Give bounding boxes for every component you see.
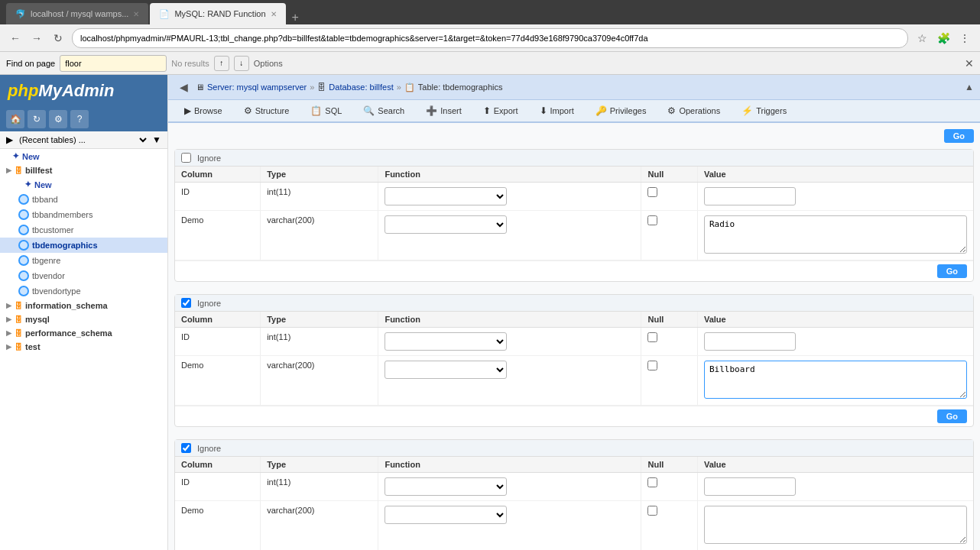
tab-privileges[interactable]: 🔑 Privileges bbox=[586, 100, 657, 121]
function-demo-3 bbox=[378, 501, 641, 551]
function-select-id-3[interactable] bbox=[385, 477, 507, 496]
browser-tab-mysql[interactable]: 🐬 localhost / mysql wamps... ✕ bbox=[6, 3, 148, 24]
find-next-button[interactable]: ↓ bbox=[234, 56, 249, 71]
tab-import[interactable]: ⬇ Import bbox=[530, 100, 584, 121]
sidebar-help-icon[interactable]: ? bbox=[70, 110, 89, 128]
menu-button[interactable]: ⋮ bbox=[956, 29, 974, 47]
null-checkbox-id-3[interactable] bbox=[647, 477, 657, 487]
function-select-demo-2[interactable] bbox=[385, 361, 507, 379]
topbar-collapse-button[interactable]: ▲ bbox=[965, 82, 974, 92]
null-checkbox-demo-1[interactable] bbox=[647, 215, 657, 225]
id-value-input-3[interactable] bbox=[704, 477, 796, 496]
function-select-id-1[interactable] bbox=[385, 187, 507, 205]
export-icon: ⬆ bbox=[483, 105, 491, 116]
sidebar-settings-icon[interactable]: ⚙ bbox=[49, 110, 67, 128]
forward-button[interactable]: → bbox=[28, 29, 46, 47]
col-demo-1: Demo bbox=[175, 211, 261, 260]
function-select-demo-3[interactable] bbox=[385, 506, 507, 524]
tab-operations[interactable]: ⚙ Operations bbox=[657, 100, 730, 121]
ignore-label-2[interactable]: Ignore bbox=[197, 299, 221, 308]
tab-insert[interactable]: ➕ Insert bbox=[416, 100, 472, 121]
sidebar-item-mysql[interactable]: ▶ 🗄 mysql bbox=[0, 312, 167, 326]
function-select-demo-1[interactable] bbox=[385, 215, 507, 234]
sidebar-home-icon[interactable]: 🏠 bbox=[6, 110, 24, 128]
tab-triggers[interactable]: ⚡ Triggers bbox=[732, 100, 797, 121]
ignore-checkbox-3[interactable] bbox=[181, 443, 191, 453]
extensions-button[interactable]: 🧩 bbox=[934, 29, 952, 47]
demo-value-textarea-1[interactable]: Radio bbox=[704, 215, 967, 254]
go-button-1[interactable]: Go bbox=[937, 264, 967, 278]
recent-tables-dropdown[interactable]: ▶ (Recent tables) ... ▼ bbox=[0, 131, 167, 149]
back-button[interactable]: ← bbox=[6, 29, 24, 47]
find-prev-button[interactable]: ↑ bbox=[214, 56, 229, 71]
tab-sql[interactable]: 📋 SQL bbox=[300, 100, 352, 121]
top-go-button[interactable]: Go bbox=[944, 129, 974, 143]
null-demo-3 bbox=[641, 501, 697, 551]
ignore-checkbox-1[interactable] bbox=[181, 153, 191, 163]
col-header-type2: Type bbox=[261, 312, 378, 328]
sidebar-refresh-icon[interactable]: ↻ bbox=[28, 110, 46, 128]
col-demo-2: Demo bbox=[175, 356, 261, 406]
recent-tables-select[interactable]: (Recent tables) ... bbox=[16, 134, 149, 145]
table-row: ID int(11) bbox=[175, 473, 973, 501]
tbdemographics-label: tbdemographics bbox=[32, 241, 98, 250]
new-tab-button[interactable]: + bbox=[287, 11, 303, 24]
bookmark-button[interactable]: ☆ bbox=[913, 29, 931, 47]
url-input[interactable] bbox=[72, 28, 908, 48]
sidebar-item-billfest[interactable]: ▶ 🗄 billfest bbox=[0, 163, 167, 177]
breadcrumb-server-link[interactable]: Server: mysql wampserver bbox=[207, 82, 307, 92]
tab-search[interactable]: 🔍 Search bbox=[353, 100, 414, 121]
browser-tab-active[interactable]: 📄 MySQL: RAND Function ✕ bbox=[150, 3, 285, 24]
tab-close-button[interactable]: ✕ bbox=[133, 10, 139, 18]
billfest-label: billfest bbox=[25, 166, 52, 175]
null-checkbox-demo-3[interactable] bbox=[647, 506, 657, 516]
address-action-icons: ☆ 🧩 ⋮ bbox=[913, 29, 974, 47]
null-checkbox-id-2[interactable] bbox=[647, 332, 657, 342]
tab-browse[interactable]: ▶ Browse bbox=[174, 100, 232, 121]
null-demo-1 bbox=[641, 211, 697, 260]
tab-structure[interactable]: ⚙ Structure bbox=[234, 100, 300, 121]
sidebar-item-new2[interactable]: ✦ New bbox=[0, 177, 167, 192]
tab-favicon: 🐬 bbox=[15, 9, 26, 19]
null-checkbox-demo-2[interactable] bbox=[647, 361, 657, 370]
sidebar-item-tbband[interactable]: tbband bbox=[0, 192, 167, 207]
breadcrumb-arrow2: » bbox=[397, 82, 401, 92]
function-select-id-2[interactable] bbox=[385, 332, 507, 351]
sidebar-item-tbvendor[interactable]: tbvendor bbox=[0, 268, 167, 283]
function-id-2 bbox=[378, 328, 641, 356]
id-value-input-1[interactable] bbox=[704, 187, 796, 205]
table-row: ID int(11) bbox=[175, 328, 973, 356]
sidebar-item-tbcustomer[interactable]: tbcustomer bbox=[0, 222, 167, 238]
id-value-input-2[interactable] bbox=[704, 332, 796, 351]
sidebar-item-information-schema[interactable]: ▶ 🗄 information_schema bbox=[0, 299, 167, 312]
sidebar-item-tbdemographics[interactable]: tbdemographics bbox=[0, 238, 167, 253]
tbgenre-icon bbox=[18, 255, 29, 266]
null-checkbox-id-1[interactable] bbox=[647, 187, 657, 197]
mysql-label: mysql bbox=[25, 315, 50, 324]
ignore-label-1[interactable]: Ignore bbox=[197, 154, 221, 163]
sidebar-item-tbvendortype[interactable]: tbvendortype bbox=[0, 283, 167, 299]
demo-value-textarea-2[interactable]: Billboard bbox=[704, 361, 967, 399]
sidebar-icon-bar: 🏠 ↻ ⚙ ? bbox=[0, 107, 167, 131]
go-button-2[interactable]: Go bbox=[937, 409, 967, 423]
sidebar-item-test[interactable]: ▶ 🗄 test bbox=[0, 340, 167, 354]
database-icon: 🗄 bbox=[317, 82, 326, 92]
sidebar-item-tbgenre[interactable]: tbgenre bbox=[0, 253, 167, 268]
tbdemographics-icon bbox=[18, 240, 29, 251]
sidebar-item-new1[interactable]: ✦ New bbox=[0, 149, 167, 163]
ignore-label-3[interactable]: Ignore bbox=[197, 444, 221, 453]
sidebar-item-tbbandmembers[interactable]: tbbandmembers bbox=[0, 207, 167, 222]
refresh-button[interactable]: ↻ bbox=[49, 29, 67, 47]
ignore-checkbox-2[interactable] bbox=[181, 298, 191, 308]
find-close-button[interactable]: ✕ bbox=[965, 57, 974, 70]
find-options-button[interactable]: Options bbox=[254, 59, 283, 68]
demo-value-textarea-3[interactable] bbox=[704, 506, 967, 544]
sidebar-collapse-button[interactable]: ◀ bbox=[174, 78, 193, 96]
recent-label: ▶ bbox=[6, 134, 13, 145]
find-input[interactable] bbox=[60, 55, 167, 72]
tbvendor-icon bbox=[18, 270, 29, 281]
tab-export[interactable]: ⬆ Export bbox=[473, 100, 528, 121]
tab-close-active-button[interactable]: ✕ bbox=[271, 10, 277, 18]
breadcrumb-database-link[interactable]: Database: billfest bbox=[329, 82, 393, 92]
sidebar-item-performance-schema[interactable]: ▶ 🗄 performance_schema bbox=[0, 326, 167, 340]
